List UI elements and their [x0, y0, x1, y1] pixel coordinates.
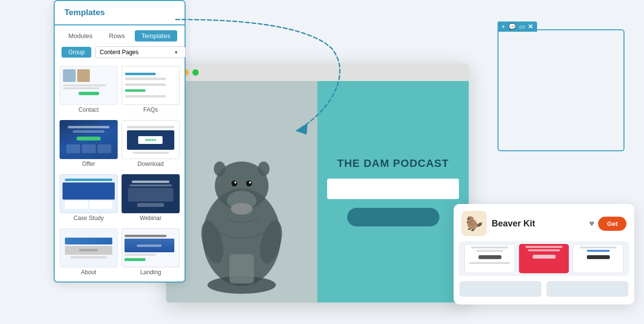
bk-template-thumb-3[interactable] [573, 244, 623, 273]
podcast-image-area [166, 81, 317, 303]
landing-thumb [122, 228, 180, 267]
offer-label: Offer [60, 159, 118, 170]
bk-footer-btn-2[interactable] [546, 281, 628, 297]
beaver-illustration [166, 81, 317, 303]
browser-window: THE DAM PODCAST [166, 63, 469, 303]
about-label: About [60, 267, 118, 279]
faqs-thumb [122, 66, 180, 105]
webinar-label: Webinar [122, 213, 180, 224]
traffic-light-green[interactable] [192, 69, 199, 76]
browser-content: THE DAM PODCAST [166, 81, 469, 303]
beaver-kit-header: 🦫 Beaver Kit ♥ Get [454, 204, 634, 241]
template-item-about[interactable]: About [60, 228, 118, 279]
tab-modules[interactable]: Modules [62, 30, 99, 41]
svg-point-10 [234, 182, 236, 183]
svg-point-9 [246, 181, 252, 186]
group-btn[interactable]: Group [62, 47, 91, 58]
close-icon[interactable]: ✕ [528, 23, 533, 30]
beaver-kit-footer [454, 276, 634, 297]
podcast-submit-btn[interactable] [347, 208, 439, 226]
template-item-offer[interactable]: Offer [60, 120, 118, 170]
bk-footer-btn-1[interactable] [459, 281, 541, 297]
beaver-kit-template-previews [458, 241, 629, 276]
landing-label: Landing [122, 267, 180, 279]
template-item-landing[interactable]: Landing [122, 228, 180, 279]
vimeo-logo: vimeo [138, 136, 163, 144]
heart-icon[interactable]: ♥ [589, 219, 595, 229]
casestudy-label: Case Study [60, 213, 118, 224]
beaver-kit-actions: ♥ Get [589, 217, 626, 231]
beaver-kit-title: Beaver Kit [492, 219, 535, 229]
template-item-webinar[interactable]: Webinar [122, 174, 180, 224]
podcast-email-input[interactable] [327, 179, 459, 199]
casestudy-thumb [60, 174, 118, 213]
content-pages-dropdown[interactable]: Content Pages [95, 46, 186, 58]
contact-thumb [60, 66, 118, 105]
bk-template-thumb-2[interactable] [519, 244, 569, 273]
template-grid: Contact FAQs [55, 63, 185, 282]
podcast-title: THE DAM PODCAST [337, 157, 449, 170]
svg-point-11 [249, 182, 251, 183]
templates-panel: Templates Modules Rows Templates Group C… [54, 0, 186, 283]
browser-titlebar [166, 63, 469, 81]
chat-icon[interactable]: 💬 [508, 23, 516, 30]
template-item-casestudy[interactable]: Case Study [60, 174, 118, 224]
tab-rows[interactable]: Rows [102, 30, 132, 41]
about-thumb [60, 228, 118, 267]
svg-rect-14 [229, 254, 254, 284]
template-item-contact[interactable]: Contact [60, 66, 118, 116]
bk-template-thumb-1[interactable] [464, 244, 515, 273]
beaver-kit-card: 🦫 Beaver Kit ♥ Get [454, 204, 634, 304]
blue-border-box: + 💬 ▭ ✕ [498, 29, 624, 151]
add-icon[interactable]: + [501, 23, 505, 30]
contact-label: Contact [60, 105, 118, 116]
templates-tab-label: Templates [55, 1, 185, 25]
webinar-thumb [122, 174, 180, 213]
podcast-info-panel: THE DAM PODCAST [317, 81, 469, 303]
svg-point-8 [231, 181, 237, 186]
beaver-kit-get-btn[interactable]: Get [598, 217, 626, 231]
template-item-download[interactable]: vimeo Download [122, 120, 180, 170]
tab-row: Modules Rows Templates [55, 25, 185, 44]
svg-point-12 [214, 162, 226, 176]
dropdown-row: Group Content Pages ▾ [55, 44, 185, 63]
template-item-faqs[interactable]: FAQs [122, 66, 180, 116]
box-toolbar[interactable]: + 💬 ▭ ✕ [498, 21, 537, 32]
svg-point-4 [231, 203, 252, 215]
faqs-label: FAQs [122, 105, 180, 116]
download-thumb: vimeo [122, 120, 180, 159]
download-label: Download [122, 159, 180, 170]
tab-templates[interactable]: Templates [135, 30, 177, 41]
svg-point-13 [258, 162, 270, 176]
beaver-kit-logo: 🦫 [461, 211, 487, 236]
resize-icon[interactable]: ▭ [519, 23, 525, 30]
offer-thumb [60, 120, 118, 159]
